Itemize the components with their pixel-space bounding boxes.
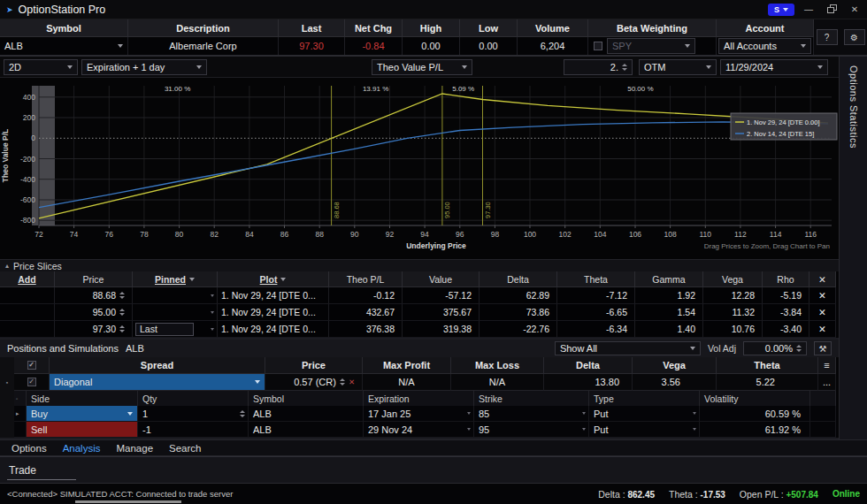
- col-delta: Delta: [544, 357, 633, 374]
- clear-price-icon[interactable]: ✕: [349, 378, 355, 386]
- spread-theta: 5.22: [717, 374, 818, 391]
- col-plot[interactable]: Plot: [218, 271, 329, 287]
- svg-text:97.30: 97.30: [484, 202, 492, 218]
- svg-text:2. Nov 14, 24 [DTE 15]: 2. Nov 14, 24 [DTE 15]: [747, 130, 814, 138]
- tab-options[interactable]: Options: [4, 443, 55, 454]
- col-netchg: Net Chg: [345, 19, 403, 37]
- spread-price-spinner[interactable]: [340, 378, 345, 386]
- price-spinner[interactable]: [119, 292, 125, 299]
- theta-label: Theta :: [669, 489, 698, 500]
- tools-button[interactable]: ⚒: [814, 341, 832, 355]
- vol-adj-spinner[interactable]: [796, 345, 802, 352]
- slice-theta: -6.34: [557, 321, 635, 338]
- remove-all-slices-button[interactable]: ✕: [809, 271, 836, 287]
- spread-price-input[interactable]: 0.57 (CR) ✕: [265, 374, 363, 391]
- expiration-mode-select[interactable]: Expiration + 1 day: [81, 59, 207, 75]
- max-profit-value: N/A: [363, 374, 451, 391]
- theta-value: -17.53: [700, 490, 725, 500]
- slice-price-input[interactable]: 88.68: [55, 287, 133, 304]
- col-type: Type: [589, 391, 700, 406]
- tab-analysis[interactable]: Analysis: [55, 443, 109, 454]
- expander-icon[interactable]: ▪: [0, 374, 14, 391]
- svg-text:94: 94: [420, 230, 429, 239]
- qty-input[interactable]: -1: [138, 422, 249, 438]
- settings-button[interactable]: ⚙: [844, 29, 865, 45]
- expiration-select[interactable]: 29 Nov 24: [364, 422, 474, 438]
- quote-tools: ? ⚙: [814, 19, 867, 55]
- view-mode-select[interactable]: 2D: [4, 59, 78, 75]
- side-select[interactable]: Sell: [27, 422, 138, 438]
- expiration-select[interactable]: 17 Jan 25: [364, 406, 474, 422]
- slice-theo-pl: 376.38: [329, 321, 403, 338]
- trade-panel-header[interactable]: Trade: [0, 456, 867, 483]
- help-button[interactable]: ?: [817, 29, 838, 45]
- metric-select[interactable]: Theo Value P/L: [372, 59, 472, 75]
- slice-value: 375.67: [403, 304, 480, 321]
- slice-vega: 12.28: [703, 287, 763, 304]
- plot-select[interactable]: 1. Nov 29, 24 [DTE 0...: [218, 287, 329, 304]
- minimize-button[interactable]: —: [800, 4, 817, 14]
- remove-slice-button[interactable]: ✕: [809, 321, 836, 338]
- pinned-select[interactable]: [133, 287, 218, 304]
- spread-checkbox[interactable]: ✓: [27, 378, 36, 386]
- slice-price-input[interactable]: 97.30: [55, 321, 133, 338]
- remove-slice-button[interactable]: ✕: [809, 287, 836, 304]
- svg-text:-800: -800: [20, 216, 35, 225]
- pinned-select[interactable]: [133, 304, 218, 321]
- account-select[interactable]: All Accounts: [718, 38, 811, 54]
- slice-price-input[interactable]: 95.00: [55, 304, 133, 321]
- qty-input[interactable]: 1: [138, 406, 249, 422]
- restore-button[interactable]: [823, 4, 840, 14]
- slice-theta: -6.65: [557, 304, 635, 321]
- type-select[interactable]: Put: [589, 406, 700, 422]
- side-select[interactable]: Buy: [27, 406, 138, 422]
- add-slice-link[interactable]: Add: [18, 274, 35, 285]
- open-pl-label: Open P/L :: [740, 489, 784, 500]
- tab-manage[interactable]: Manage: [108, 443, 161, 454]
- remove-slice-button[interactable]: ✕: [809, 304, 836, 321]
- pinned-select[interactable]: Last: [133, 321, 218, 338]
- beta-symbol-select[interactable]: SPY: [607, 38, 695, 54]
- price-spinner[interactable]: [119, 309, 125, 316]
- moneyness-select[interactable]: OTM: [639, 59, 717, 75]
- options-statistics-tab[interactable]: Options Statistics: [839, 57, 867, 439]
- strike-select[interactable]: 85: [474, 406, 589, 422]
- price-spinner[interactable]: [119, 325, 125, 332]
- step-spinner[interactable]: [622, 64, 627, 71]
- plot-select[interactable]: 1. Nov 29, 24 [DTE 0...: [218, 304, 329, 321]
- select-all-checkbox[interactable]: ✓: [27, 361, 36, 370]
- svg-text:88.68: 88.68: [333, 202, 341, 218]
- close-button[interactable]: ✕: [846, 4, 863, 14]
- pl-chart[interactable]: 4002000-200-400-600-80072747678808284868…: [0, 78, 839, 259]
- spread-type-select[interactable]: Diagonal: [50, 374, 265, 391]
- svg-text:102: 102: [559, 230, 572, 239]
- col-pinned[interactable]: Pinned: [133, 271, 218, 287]
- row-more-button[interactable]: ...: [818, 374, 836, 391]
- beta-symbol-value: SPY: [612, 41, 632, 51]
- step-input[interactable]: 2.: [564, 59, 633, 75]
- beta-weighting-checkbox[interactable]: [594, 42, 602, 50]
- dropdown-icon: [196, 65, 202, 69]
- col-delta: Delta: [480, 271, 557, 287]
- tab-search[interactable]: Search: [161, 443, 209, 454]
- price-slices-header[interactable]: ▴ Price Slices: [0, 259, 867, 271]
- link-badge[interactable]: S: [768, 4, 794, 16]
- qty-spinner[interactable]: [240, 410, 245, 417]
- svg-text:108: 108: [664, 230, 677, 239]
- dropdown-icon: [189, 278, 195, 281]
- svg-text:-200: -200: [20, 155, 35, 164]
- leg-expander-icon[interactable]: ▸: [14, 406, 27, 422]
- column-menu-icon[interactable]: ≡: [818, 357, 836, 374]
- svg-text:Theo Value P/L: Theo Value P/L: [1, 129, 10, 182]
- plot-select[interactable]: 1. Nov 29, 24 [DTE 0...: [218, 321, 329, 338]
- col-rho: Rho: [763, 271, 809, 287]
- type-select[interactable]: Put: [589, 422, 700, 438]
- vol-adj-input[interactable]: 0.00%: [743, 341, 807, 355]
- show-all-select[interactable]: Show All: [555, 341, 701, 355]
- date-select[interactable]: 11/29/2024: [720, 59, 828, 75]
- col-price: Price: [55, 271, 133, 287]
- col-side: Side: [27, 391, 138, 406]
- dropdown-icon: [582, 428, 586, 431]
- strike-select[interactable]: 95: [474, 422, 589, 438]
- symbol-select[interactable]: ALB: [0, 38, 127, 54]
